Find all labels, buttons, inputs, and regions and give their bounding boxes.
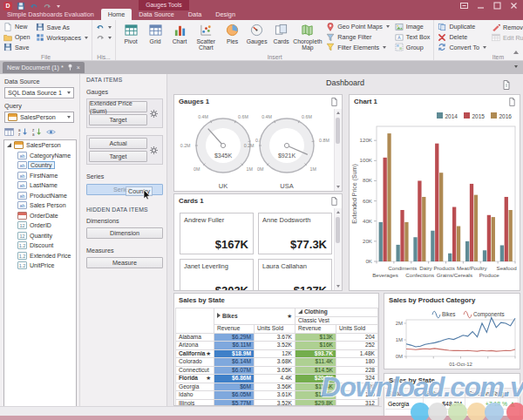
chart-panel-title[interactable]: Chart 1 xyxy=(350,95,520,108)
New-button[interactable]: New xyxy=(3,22,31,32)
pin-icon[interactable] xyxy=(67,64,73,72)
cards-scrollbar[interactable] xyxy=(334,208,342,290)
data-item-actual[interactable]: Actual xyxy=(89,138,147,149)
grid-row-colorado[interactable]: Colorado$6.14M3.68K$11.4K180 xyxy=(176,358,378,367)
tab-home[interactable]: Home xyxy=(101,9,132,20)
grid-button[interactable]: Grid xyxy=(143,22,167,52)
line-chart-content[interactable]: 0M1M2M01-Oct-12BikesComponents xyxy=(385,308,519,368)
gear-icon[interactable] xyxy=(147,109,160,119)
column-header[interactable]: Revenue xyxy=(295,325,336,334)
visibility-icon[interactable] xyxy=(46,127,57,137)
expand-icon[interactable] xyxy=(7,143,11,147)
tab-design[interactable]: Design xyxy=(208,9,242,20)
product-category-line-chart[interactable]: 0M1M2M01-Oct-12BikesComponents xyxy=(385,308,520,369)
Text Box-button[interactable]: AText Box xyxy=(394,32,431,43)
pies-button[interactable]: Pies xyxy=(221,22,245,52)
grid-row-illinois[interactable]: Illinois$5.77M3.52K$29.8K312 xyxy=(176,399,378,406)
tab-list-dropdown-icon[interactable] xyxy=(514,65,518,68)
panel-menu-icon[interactable] xyxy=(330,98,338,106)
measure-drop-target[interactable]: Measure xyxy=(86,257,163,268)
tree-root-salesperson[interactable]: SalesPerson xyxy=(4,140,76,151)
kpi-column-header[interactable]: Sales xyxy=(424,388,465,398)
tree-field-orderdate[interactable]: OrderDate xyxy=(4,211,76,221)
grid-panel-title[interactable]: Sales by State xyxy=(174,294,378,307)
kpi-content[interactable]: StateSalesSales vs TargetGeorgia$48.2M+7… xyxy=(385,388,519,417)
dashboard-surface[interactable]: Dashboard Gauges 1 0M0.2M0.4M0.6M0.8M1M$… xyxy=(167,74,523,416)
document-tab[interactable]: New Document (1) * × xyxy=(3,62,85,73)
sales-bar-chart[interactable]: 0K20K40K60K80K100K120KBeveragesCondiment… xyxy=(350,109,520,291)
undo-button[interactable] xyxy=(95,22,112,32)
Duplicate-button[interactable]: Duplicate xyxy=(437,22,487,32)
Image-button[interactable]: Image xyxy=(394,22,431,32)
cards-panel[interactable]: Cards 1 Andrew Fuller$167KAnne Dodsworth… xyxy=(173,193,343,291)
tree-field-unitprice[interactable]: 1.2UnitPrice xyxy=(4,261,76,271)
kpi-column-header[interactable]: Sales vs Target xyxy=(465,388,519,398)
dashboard-export-icon[interactable] xyxy=(502,78,511,88)
kpi-column-header[interactable]: State xyxy=(385,388,424,398)
data-item-target[interactable]: Target xyxy=(89,151,147,162)
kpi-data-row[interactable]: Georgia$48.2M+7.18 % xyxy=(385,398,519,410)
tree-field-sales-person[interactable]: abSales Person xyxy=(4,200,76,211)
tree-field-productname[interactable]: abProductName xyxy=(4,191,76,201)
Remove Data Items-button[interactable]: Remove Data Items xyxy=(491,22,523,32)
grid-row-arizona[interactable]: Arizona$6.11M3.52K$16K252 xyxy=(176,342,378,350)
card-item[interactable]: Janet Leverling$203K xyxy=(180,259,254,291)
Geo Point Maps-button[interactable]: Geo Point Maps xyxy=(325,22,391,32)
dimension-drop-target[interactable]: Dimension xyxy=(86,227,163,239)
grid-content[interactable]: Bikes★ClothingClassic VestRevenueUnits S… xyxy=(175,308,377,404)
tab-data[interactable]: Data xyxy=(181,9,208,20)
pivot-button[interactable]: Pivot xyxy=(119,22,143,52)
gear-icon[interactable] xyxy=(147,146,160,155)
close-document-icon[interactable]: × xyxy=(77,64,80,71)
tab-data-source[interactable]: Data Source xyxy=(132,9,181,20)
card-item[interactable]: Andrew Fuller$167K xyxy=(180,213,254,254)
line-panel-title[interactable]: Sales by Product Category xyxy=(384,294,520,307)
redo-button[interactable] xyxy=(95,32,112,43)
tree-field-discount[interactable]: 1.2Discount xyxy=(4,240,76,251)
tree-field-lastname[interactable]: abLastName xyxy=(4,180,76,191)
minimize-icon[interactable] xyxy=(477,2,485,10)
grid-row-california[interactable]: California★$18.9M12K$93.7K1.48K xyxy=(176,349,378,358)
quick-access-dropdown-icon[interactable] xyxy=(57,5,60,8)
band-classic-vest[interactable]: Classic Vest xyxy=(295,316,378,325)
gauges-button[interactable]: Gauges xyxy=(245,22,269,52)
kpi-panel-title[interactable]: Sales by State xyxy=(384,374,520,387)
sort-asc-icon[interactable]: az xyxy=(18,127,29,137)
close-icon[interactable] xyxy=(510,2,518,10)
gauges-panel[interactable]: Gauges 1 0M0.2M0.4M0.6M0.8M1M$345KUK0M0.… xyxy=(173,94,343,192)
Filter Elements-button[interactable]: Filter Elements xyxy=(325,42,391,52)
band-clothing[interactable]: Clothing xyxy=(295,308,378,317)
line-chart-panel[interactable]: Sales by Product Category 0M1M2M01-Oct-1… xyxy=(384,293,520,369)
scatter-chart-button[interactable]: Scatter Chart xyxy=(192,22,221,52)
grid-row-georgia[interactable]: Georgia$6M3.56K$11.4K180 xyxy=(176,383,378,391)
app-menu-tab[interactable]: Simple Dashboards Evaluation xyxy=(0,10,101,20)
band-bikes[interactable]: Bikes★ xyxy=(214,308,295,325)
sales-by-state-grid[interactable]: Bikes★ClothingClassic VestRevenueUnits S… xyxy=(175,308,378,406)
cards-panel-title[interactable]: Cards 1 xyxy=(174,194,342,207)
gauges-panel-title[interactable]: Gauges 1 xyxy=(174,95,342,108)
card-item[interactable]: Laura Callahan$127K xyxy=(258,259,332,291)
query-combo[interactable]: SalesPerson xyxy=(4,112,74,123)
Workspaces-button[interactable]: Workspaces xyxy=(35,32,89,43)
ribbon-display-icon[interactable] xyxy=(460,2,468,10)
Save As-button[interactable]: Save As xyxy=(35,22,89,32)
choropleth-map-button[interactable]: Choropleth Map xyxy=(294,22,323,52)
data-item-extended-price-sum-[interactable]: Extended Price (Sum) xyxy=(89,101,147,112)
kpi-panel[interactable]: Sales by State StateSalesSales vs Target… xyxy=(384,373,520,418)
Group-button[interactable]: Group xyxy=(394,42,431,52)
tree-field-orderid[interactable]: 12OrderID xyxy=(4,220,76,231)
data-source-combo[interactable]: SQL Data Source 1 xyxy=(4,87,74,98)
column-header[interactable]: Revenue xyxy=(214,325,255,334)
grid-row-florida[interactable]: Florida★$6.86M4.4K$20.6K324 xyxy=(176,375,378,383)
card-item[interactable]: Anne Dodsworth$77.3K xyxy=(258,213,332,254)
chart-button[interactable]: Chart xyxy=(167,22,192,52)
panel-menu-icon[interactable] xyxy=(508,98,516,106)
bar-chart-content[interactable]: 0K20K40K60K80K100K120KBeveragesCondiment… xyxy=(350,109,519,289)
gauges-content[interactable]: 0M0.2M0.4M0.6M0.8M1M$345KUK0M0.2M0.4M0.6… xyxy=(175,109,341,190)
Range Filter-button[interactable]: Range Filter xyxy=(325,32,391,43)
tree-field-country[interactable]: abCountry xyxy=(4,160,76,171)
Save-button[interactable]: Save xyxy=(3,42,31,52)
series-drop-target[interactable]: Series Country xyxy=(86,184,163,195)
Open-button[interactable]: Open xyxy=(3,32,31,43)
Convert To-button[interactable]: Convert To xyxy=(437,42,487,52)
